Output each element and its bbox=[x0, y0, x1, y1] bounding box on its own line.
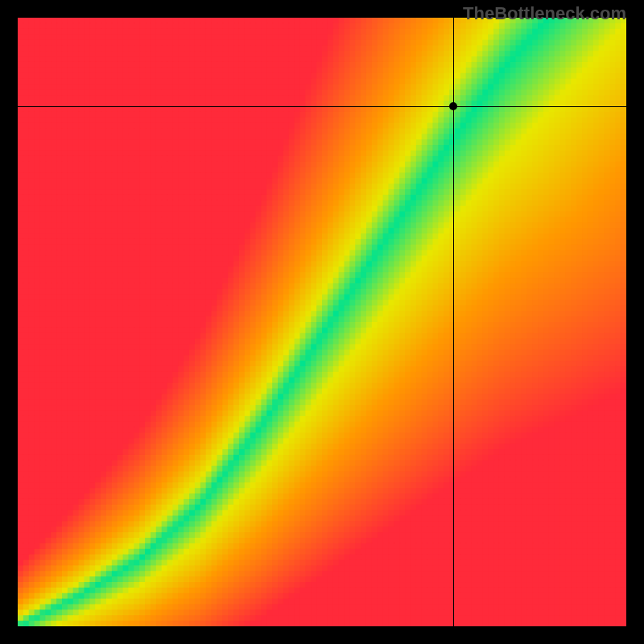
plot-area bbox=[18, 18, 626, 626]
watermark-text: TheBottleneck.com bbox=[463, 3, 626, 24]
chart-container: TheBottleneck.com bbox=[0, 0, 644, 644]
bottleneck-heatmap bbox=[18, 18, 626, 626]
selection-marker bbox=[449, 102, 457, 110]
crosshair-horizontal bbox=[18, 106, 626, 107]
